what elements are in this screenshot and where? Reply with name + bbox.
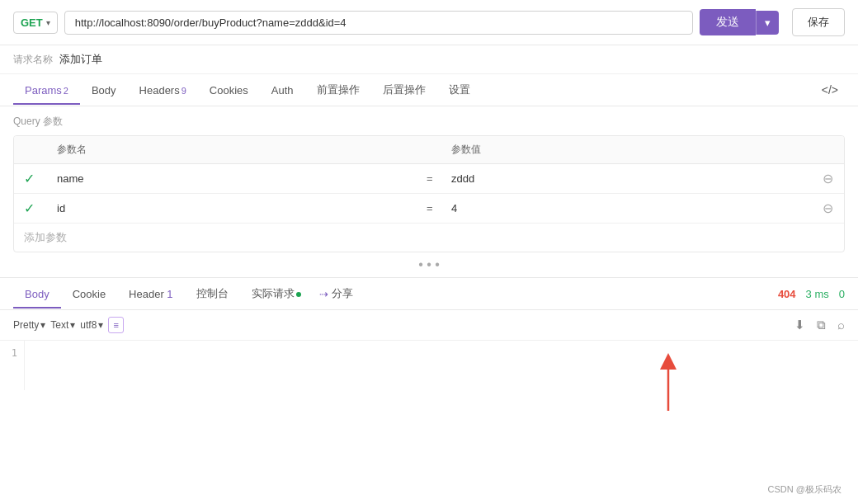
check-icon: ✓ — [24, 201, 35, 215]
response-section: Body Cookie Header 1 控制台 实际请求 ⇢ 分享 404 3… — [0, 277, 858, 390]
chevron-down-icon: ▾ — [46, 18, 50, 27]
code-view-toggle[interactable]: </> — [815, 75, 845, 105]
table-row: ✓ name = zddd ⊖ — [14, 164, 844, 194]
row1-check[interactable]: ✓ — [14, 164, 47, 193]
encoding-label: utf8 — [80, 319, 97, 331]
tab-settings[interactable]: 设置 — [437, 74, 482, 106]
status-code: 404 — [778, 288, 796, 300]
table-row: ✓ id = 4 ⊖ — [14, 194, 844, 224]
params-header-eq — [417, 136, 441, 163]
type-label: Text — [50, 319, 68, 331]
add-param-button[interactable]: 添加参数 — [14, 224, 844, 252]
response-tab-cookie[interactable]: Cookie — [61, 280, 117, 309]
params-header-check — [14, 136, 47, 163]
toolbar-actions: ⬇ ⧉ ⌕ — [794, 318, 845, 332]
response-tab-body[interactable]: Body — [13, 280, 61, 309]
params-header-name: 参数名 — [47, 136, 417, 163]
response-tab-actual[interactable]: 实际请求 — [240, 278, 313, 309]
row1-name[interactable]: name — [47, 166, 417, 191]
tab-auth[interactable]: Auth — [260, 76, 305, 105]
format-selector[interactable]: Pretty ▾ — [13, 319, 45, 331]
status-size: 0 — [839, 288, 845, 300]
tab-body[interactable]: Body — [80, 76, 128, 105]
params-section: Query 参数 参数名 参数值 ✓ name = zddd ⊖ — [0, 106, 858, 252]
method-selector[interactable]: GET ▾ — [13, 12, 58, 34]
code-area: 1 — [0, 341, 858, 390]
send-dropdown-button[interactable]: ▾ — [756, 11, 779, 35]
request-name-value: 添加订单 — [59, 52, 102, 67]
arrow-svg — [644, 353, 693, 419]
row2-value[interactable]: 4 — [441, 195, 811, 221]
tab-headers[interactable]: Headers9 — [128, 76, 198, 105]
copy-icon[interactable]: ⧉ — [817, 318, 826, 332]
code-content[interactable] — [25, 341, 858, 390]
response-tab-console[interactable]: 控制台 — [185, 278, 240, 309]
share-button[interactable]: ⇢ 分享 — [319, 278, 353, 309]
request-name-row: 请求名称 添加订单 — [0, 45, 858, 74]
share-icon: ⇢ — [319, 288, 328, 300]
row2-delete[interactable]: ⊖ — [811, 194, 844, 223]
row2-name[interactable]: id — [47, 195, 417, 221]
watermark: CSDN @极乐码农 — [768, 483, 842, 496]
params-header-action — [811, 136, 844, 163]
response-body-toolbar: Pretty ▾ Text ▾ utf8 ▾ ≡ ⬇ ⧉ ⌕ — [0, 310, 858, 341]
download-icon[interactable]: ⬇ — [794, 318, 805, 332]
params-header-value: 参数值 — [441, 136, 811, 163]
format-label: Pretty — [13, 319, 39, 331]
url-input[interactable] — [64, 11, 693, 35]
tab-cookies[interactable]: Cookies — [198, 76, 260, 105]
status-info: 404 3 ms 0 — [778, 283, 845, 305]
encoding-chevron: ▾ — [98, 319, 103, 331]
send-button[interactable]: 发送 — [700, 9, 756, 35]
tab-pre-action[interactable]: 前置操作 — [305, 74, 371, 106]
status-time: 3 ms — [806, 288, 829, 300]
wrap-button[interactable]: ≡ — [108, 317, 123, 333]
arrow-annotation — [644, 353, 693, 422]
type-selector[interactable]: Text ▾ — [50, 319, 75, 331]
section-divider: • • • — [0, 252, 858, 277]
params-table: 参数名 参数值 ✓ name = zddd ⊖ ✓ id — [13, 135, 845, 252]
row1-delete[interactable]: ⊖ — [811, 164, 844, 193]
save-button[interactable]: 保存 — [792, 8, 845, 36]
tab-params[interactable]: Params2 — [13, 76, 80, 105]
row1-value[interactable]: zddd — [441, 166, 811, 191]
query-params-title: Query 参数 — [13, 115, 845, 129]
format-chevron: ▾ — [40, 319, 45, 331]
search-icon[interactable]: ⌕ — [837, 318, 845, 332]
params-table-header: 参数名 参数值 — [14, 136, 844, 164]
response-tab-header[interactable]: Header 1 — [117, 280, 184, 309]
wrap-icon: ≡ — [113, 320, 118, 330]
encoding-selector[interactable]: utf8 ▾ — [80, 319, 103, 331]
response-tabs-row: Body Cookie Header 1 控制台 实际请求 ⇢ 分享 404 3… — [0, 278, 858, 310]
send-btn-group: 发送 ▾ — [700, 9, 779, 35]
tab-post-action[interactable]: 后置操作 — [371, 74, 437, 106]
actual-request-dot — [296, 292, 301, 297]
type-chevron: ▾ — [70, 319, 75, 331]
row1-equals: = — [417, 166, 441, 191]
line-numbers: 1 — [0, 341, 25, 390]
request-name-label: 请求名称 — [13, 53, 53, 67]
code-icon: </> — [815, 75, 845, 105]
check-icon: ✓ — [24, 172, 35, 186]
row2-check[interactable]: ✓ — [14, 194, 47, 223]
tabs-row: Params2 Body Headers9 Cookies Auth 前置操作 … — [0, 74, 858, 106]
row2-equals: = — [417, 195, 441, 221]
method-label: GET — [21, 16, 43, 29]
